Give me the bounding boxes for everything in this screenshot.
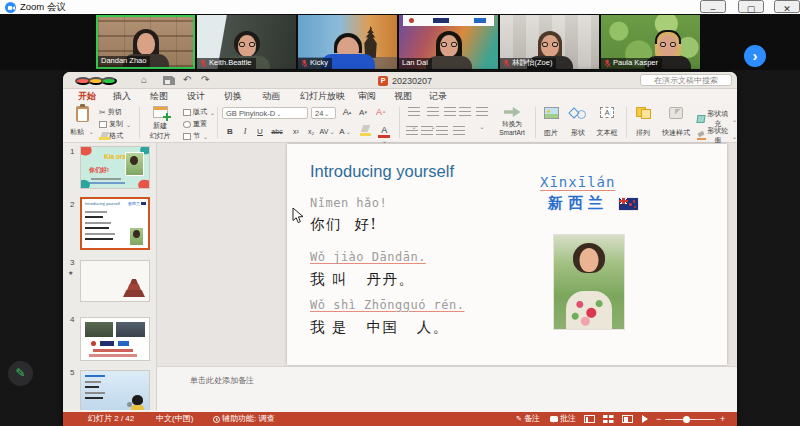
- tab-draw[interactable]: 绘图: [150, 89, 168, 103]
- tab-record[interactable]: 记录: [429, 89, 447, 103]
- thumb1-text-line: [91, 178, 121, 180]
- font-size-select[interactable]: 24: [311, 107, 336, 119]
- font-name-select[interactable]: GB Pinyinok-D: [222, 107, 308, 119]
- normal-view-button[interactable]: [584, 415, 595, 423]
- close-button[interactable]: ✕: [774, 0, 800, 13]
- home-button[interactable]: ⌂: [141, 72, 147, 88]
- ribbon-divider: [399, 107, 400, 138]
- copy-button[interactable]: 复制: [99, 119, 131, 129]
- text-line-art: [85, 233, 115, 235]
- presenter-portrait-photo: [553, 234, 625, 330]
- highlight-color-button[interactable]: [357, 125, 373, 138]
- font-color-swatch: [378, 135, 390, 138]
- accessibility-status[interactable]: 辅助功能: 调查: [213, 412, 274, 426]
- bullets-button[interactable]: [405, 106, 422, 119]
- save-button[interactable]: [163, 76, 175, 85]
- change-case-button[interactable]: A: [337, 125, 353, 138]
- slideshow-view-button[interactable]: [641, 415, 652, 423]
- smartart-icon: [504, 106, 521, 118]
- bold-button[interactable]: B: [223, 125, 237, 138]
- tab-design[interactable]: 设计: [187, 89, 205, 103]
- align-center-button[interactable]: [420, 125, 434, 138]
- slide-number: 3: [70, 258, 74, 267]
- numbered-list-icon: [427, 106, 439, 116]
- slide-thumbnail-3[interactable]: [80, 260, 150, 302]
- italic-button[interactable]: I: [238, 125, 252, 138]
- reading-view-button[interactable]: [622, 415, 633, 423]
- reset-button[interactable]: 重置: [183, 119, 207, 129]
- font-color-button[interactable]: A: [377, 125, 391, 138]
- participant-video-paula[interactable]: Paula Kasper: [601, 15, 700, 69]
- redo-button[interactable]: ↷: [201, 72, 209, 88]
- tab-review[interactable]: 审阅: [358, 89, 376, 103]
- notes-placeholder: 单击此处添加备注: [190, 375, 254, 386]
- align-right-button[interactable]: [435, 125, 449, 138]
- section-button[interactable]: 节: [183, 131, 208, 141]
- paste-button[interactable]: 粘贴: [69, 106, 95, 137]
- tab-transitions[interactable]: 切换: [224, 89, 242, 103]
- notes-toggle-button[interactable]: ✎ 备注: [516, 412, 540, 426]
- align-right-icon: [436, 125, 448, 135]
- underline-button[interactable]: U: [253, 125, 267, 138]
- tab-home[interactable]: 开始: [78, 89, 96, 103]
- logo-art: [474, 18, 486, 23]
- tab-animations[interactable]: 动画: [262, 89, 280, 103]
- layout-button[interactable]: 版式: [183, 107, 215, 117]
- format-painter-button[interactable]: 格式: [99, 131, 123, 141]
- strikethrough-button[interactable]: abc: [268, 125, 286, 138]
- line-spacing-button[interactable]: [473, 106, 490, 119]
- glasses-art: [441, 42, 457, 47]
- character-spacing-button[interactable]: AV: [319, 125, 335, 138]
- participant-video-lan[interactable]: Lan Dai: [399, 15, 498, 69]
- muted-mic-icon: [503, 59, 510, 68]
- tab-slideshow[interactable]: 幻灯片放映: [300, 89, 345, 103]
- minimize-button[interactable]: –: [700, 0, 726, 13]
- section-icon: [183, 133, 191, 140]
- slide-canvas[interactable]: Introducing yourself Nǐmen hǎo! 你们 好! Wǒ…: [287, 144, 727, 365]
- clear-formatting-button[interactable]: [374, 106, 388, 119]
- cut-button[interactable]: ✂ 剪切: [99, 107, 122, 117]
- logo-art: [409, 18, 414, 23]
- comments-toggle-button[interactable]: 批注: [550, 412, 576, 426]
- new-slide-button[interactable]: 新建 幻灯片: [143, 106, 177, 141]
- language-status[interactable]: 中文(中国): [156, 412, 193, 426]
- text-line-art: [89, 354, 137, 357]
- mac-zoom-button[interactable]: [101, 77, 117, 85]
- participant-video-zoe[interactable]: 林静怡(Zoe): [500, 15, 599, 69]
- numbering-button[interactable]: [424, 106, 441, 119]
- decrease-indent-button[interactable]: [443, 106, 457, 119]
- superscript-button[interactable]: x²: [289, 125, 303, 138]
- slide-thumbnail-5[interactable]: [80, 370, 150, 410]
- search-input[interactable]: [640, 74, 732, 86]
- zoom-slider-track[interactable]: [665, 419, 715, 421]
- shrink-font-button[interactable]: [356, 106, 370, 119]
- next-participants-button[interactable]: ›: [744, 45, 766, 67]
- zoom-in-button[interactable]: +: [720, 412, 725, 426]
- participant-video-dandan[interactable]: Dandan Zhao: [96, 15, 195, 69]
- participant-name-label: Dandan Zhao: [98, 56, 150, 67]
- annotation-pencil-button[interactable]: ✎: [8, 361, 33, 386]
- zoom-out-button[interactable]: −: [656, 412, 661, 426]
- slide-sorter-view-button[interactable]: [603, 415, 614, 423]
- participant-video-keith[interactable]: Keith.Beattle: [197, 15, 296, 69]
- zoom-slider-knob[interactable]: [683, 416, 690, 423]
- notes-pane[interactable]: 单击此处添加备注: [157, 366, 737, 412]
- pagoda-art: [123, 290, 145, 297]
- tab-view[interactable]: 视图: [394, 89, 412, 103]
- maximize-button[interactable]: ▢: [738, 0, 764, 13]
- participant-video-kicky[interactable]: Kicky: [298, 15, 397, 69]
- tab-insert[interactable]: 插入: [113, 89, 131, 103]
- align-left-button[interactable]: [405, 125, 419, 138]
- subscript-button[interactable]: x₂: [304, 125, 318, 138]
- headset-art: [655, 30, 681, 44]
- columns-button[interactable]: [450, 125, 467, 138]
- slide-thumbnail-4[interactable]: [80, 317, 150, 361]
- align-center-icon: [421, 125, 433, 135]
- bulleted-list-icon: [408, 106, 420, 116]
- slide-thumbnail-1[interactable]: Kia ora 你们好!: [80, 146, 150, 189]
- grow-font-button[interactable]: [340, 106, 354, 119]
- undo-button[interactable]: ↶: [183, 72, 191, 88]
- increase-indent-button[interactable]: [458, 106, 472, 119]
- slide-thumbnail-2-selected[interactable]: Introducing yourself 新西兰: [80, 197, 150, 250]
- portrait-dress-art: [566, 291, 612, 330]
